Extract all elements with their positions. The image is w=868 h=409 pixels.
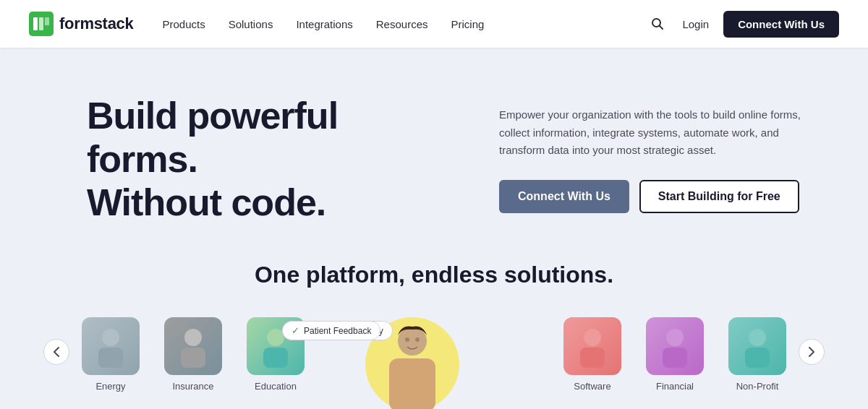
platform-title: One platform, endless solutions.: [0, 262, 868, 288]
patient-badge-text: Patient Feedback: [304, 326, 371, 336]
patient-check-icon: ✓: [292, 325, 299, 336]
hero-title-line1: Build powerful forms.: [87, 95, 338, 180]
carousel-thumb-software: [563, 317, 621, 375]
svg-point-6: [102, 329, 119, 346]
carousel-label-insurance: Insurance: [172, 381, 213, 392]
svg-rect-13: [389, 358, 435, 409]
hero-right: Empower your organization with the tools…: [499, 106, 810, 213]
formstack-logo-icon: [29, 12, 54, 36]
search-icon: [650, 17, 665, 31]
hero-section: Build powerful forms. Without code. Empo…: [0, 48, 868, 236]
carousel-next-button[interactable]: [799, 339, 825, 365]
svg-rect-21: [745, 348, 770, 368]
svg-rect-9: [181, 348, 205, 368]
chevron-right-icon: [808, 346, 815, 358]
carousel-label-energy: Energy: [95, 381, 125, 392]
navbar: formstack Products Solutions Integration…: [0, 0, 868, 48]
carousel-prev-button[interactable]: [43, 339, 69, 365]
hero-start-button[interactable]: Start Building for Free: [639, 180, 799, 213]
carousel-item-nonprofit[interactable]: Non-Profit: [725, 317, 790, 392]
hero-connect-button[interactable]: Connect With Us: [499, 180, 629, 213]
svg-rect-1: [33, 17, 38, 30]
software-person-icon: [574, 324, 610, 368]
svg-line-5: [660, 26, 663, 30]
svg-point-16: [584, 329, 601, 346]
badges-top-left: ✓ HIPAA Data Security ✓ Patient Feedback: [282, 321, 380, 340]
carousel-section: Energy Insurance Education: [0, 303, 868, 409]
svg-point-14: [405, 337, 409, 342]
svg-rect-11: [263, 348, 288, 368]
chevron-left-icon: [53, 346, 60, 358]
carousel-thumb-insurance: [164, 317, 222, 375]
svg-rect-7: [98, 348, 123, 368]
hero-buttons: Connect With Us Start Building for Free: [499, 180, 810, 213]
carousel-label-nonprofit: Non-Profit: [736, 381, 779, 392]
energy-person-icon: [93, 324, 129, 368]
carousel-item-energy[interactable]: Energy: [78, 317, 143, 392]
nav-links: Products Solutions Integrations Resource…: [162, 18, 647, 30]
platform-section: One platform, endless solutions.: [0, 236, 868, 303]
nav-right: Login Connect With Us: [647, 11, 839, 38]
carousel-thumb-financial: [646, 317, 704, 375]
hero-left: Build powerful forms. Without code.: [87, 95, 456, 224]
svg-point-8: [184, 329, 202, 346]
insurance-person-icon: [175, 324, 211, 368]
svg-point-15: [415, 337, 420, 342]
nav-pricing[interactable]: Pricing: [451, 18, 484, 30]
svg-rect-3: [45, 17, 49, 25]
hero-title: Build powerful forms. Without code.: [87, 95, 456, 224]
carousel-label-education: Education: [255, 381, 297, 392]
nav-integrations[interactable]: Integrations: [296, 18, 352, 30]
svg-point-18: [666, 329, 684, 346]
hero-title-line2: Without code.: [87, 181, 326, 223]
nav-resources[interactable]: Resources: [376, 18, 428, 30]
patient-feedback-badge: ✓ Patient Feedback: [282, 321, 380, 340]
logo[interactable]: formstack: [29, 12, 133, 36]
svg-point-20: [749, 329, 766, 346]
svg-point-12: [398, 327, 427, 356]
carousel-item-software[interactable]: Software: [560, 317, 625, 392]
svg-rect-2: [39, 17, 43, 30]
carousel-center-card: ✓ HIPAA Data Security ✓ Patient Feedback…: [326, 317, 499, 409]
hero-description: Empower your organization with the tools…: [499, 106, 810, 160]
carousel-label-financial: Financial: [656, 381, 694, 392]
search-button[interactable]: [647, 14, 668, 34]
financial-person-icon: [657, 324, 693, 368]
nav-solutions[interactable]: Solutions: [229, 18, 273, 30]
carousel-thumb-energy: [82, 317, 140, 375]
logo-text: formstack: [59, 14, 133, 33]
carousel-item-insurance[interactable]: Insurance: [161, 317, 226, 392]
carousel-items: Energy Insurance Education: [6, 317, 862, 409]
login-link[interactable]: Login: [682, 18, 709, 30]
nav-connect-button[interactable]: Connect With Us: [723, 11, 839, 38]
nonprofit-person-icon: [739, 324, 775, 368]
nav-products[interactable]: Products: [162, 18, 205, 30]
carousel-item-financial[interactable]: Financial: [642, 317, 707, 392]
svg-rect-19: [663, 348, 687, 368]
carousel-thumb-nonprofit: [728, 317, 786, 375]
svg-rect-17: [580, 348, 605, 368]
carousel-label-software: Software: [574, 381, 610, 392]
